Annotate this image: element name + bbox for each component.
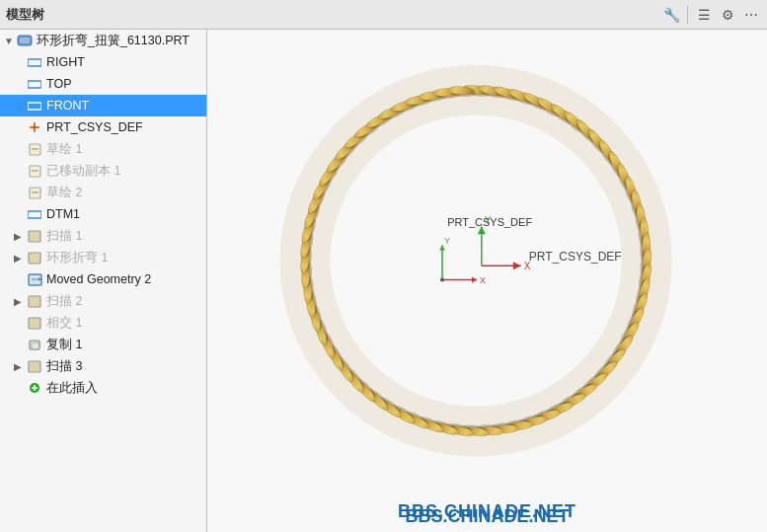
tree-item-right[interactable]: RIGHT bbox=[0, 51, 206, 73]
main-content: ▼ 环形折弯_扭簧_61130.PRT RIGHTTOPFRONTPRT_CSY… bbox=[0, 30, 767, 532]
tree-item-copy1[interactable]: 复制 1 bbox=[0, 334, 206, 355]
root-icon bbox=[16, 33, 34, 48]
item-icon-sweep1 bbox=[26, 228, 43, 244]
expand-arrow-ring-bend1: ▶ bbox=[14, 253, 26, 264]
tree-item-sketch2[interactable]: 草绘 2 bbox=[0, 182, 206, 203]
svg-text:X: X bbox=[480, 274, 486, 284]
item-label-sketch2: 草绘 2 bbox=[46, 185, 202, 201]
svg-rect-1 bbox=[20, 38, 30, 43]
toolbar-list-icon[interactable]: ☰ bbox=[694, 5, 714, 25]
item-icon-moved-copy1 bbox=[26, 163, 43, 179]
item-icon-prt-csys-def bbox=[26, 119, 43, 135]
expand-arrow-sweep1: ▶ bbox=[14, 231, 26, 242]
tree-item-insert-here[interactable]: 在此插入 bbox=[0, 377, 206, 399]
item-label-ring-bend1: 环形折弯 1 bbox=[46, 250, 202, 266]
sidebar: ▼ 环形折弯_扭簧_61130.PRT RIGHTTOPFRONTPRT_CSY… bbox=[0, 30, 207, 532]
item-label-insert-here: 在此插入 bbox=[46, 380, 202, 397]
root-expand-arrow: ▼ bbox=[4, 36, 16, 46]
svg-marker-29 bbox=[472, 276, 477, 282]
expand-arrow-sweep3: ▶ bbox=[14, 361, 26, 372]
tree-item-intersect1[interactable]: 相交 1 bbox=[0, 312, 206, 334]
toolbar-settings-icon[interactable]: ⚙ bbox=[718, 5, 737, 25]
coord-label: PRT_CSYS_DEF bbox=[447, 215, 532, 227]
item-label-front: FRONT bbox=[46, 99, 202, 113]
item-icon-front bbox=[26, 98, 43, 114]
item-icon-top bbox=[26, 76, 43, 92]
item-label-top: TOP bbox=[46, 77, 202, 91]
tree-items-container: RIGHTTOPFRONTPRT_CSYS_DEF草绘 1已移动副本 1草绘 2… bbox=[0, 51, 206, 399]
item-label-sweep1: 扫描 1 bbox=[46, 228, 202, 245]
item-icon-insert-here bbox=[26, 380, 43, 396]
item-icon-right bbox=[26, 54, 43, 70]
svg-rect-4 bbox=[28, 103, 41, 110]
svg-point-34 bbox=[440, 277, 444, 281]
item-icon-intersect1 bbox=[26, 315, 43, 331]
tree-item-sketch1[interactable]: 草绘 1 bbox=[0, 138, 206, 160]
viewport[interactable]: X Y PRT_CSYS_DEF BBS.CHINADE.NET bbox=[207, 30, 767, 532]
tree-item-dtm1[interactable]: DTM1 bbox=[0, 203, 206, 225]
item-icon-copy1 bbox=[26, 337, 43, 352]
tree-root[interactable]: ▼ 环形折弯_扭簧_61130.PRT bbox=[0, 30, 206, 51]
item-icon-moved-geo2 bbox=[26, 271, 43, 287]
tree-item-sweep2[interactable]: ▶扫描 2 bbox=[0, 290, 206, 312]
svg-rect-21 bbox=[29, 318, 40, 329]
tree-item-moved-geo2[interactable]: Moved Geometry 2 bbox=[0, 268, 206, 290]
tree-item-front[interactable]: FRONT bbox=[0, 95, 206, 116]
item-label-moved-copy1: 已移动副本 1 bbox=[46, 163, 202, 180]
toolbar-title: 模型树 bbox=[6, 6, 657, 24]
coord-system: X Y PRT_CSYS_DEF bbox=[398, 235, 487, 327]
svg-rect-14 bbox=[28, 211, 41, 218]
item-label-sketch1: 草绘 1 bbox=[46, 141, 202, 158]
toolbar-separator-1 bbox=[687, 6, 688, 24]
tree-item-prt-csys-def[interactable]: PRT_CSYS_DEF bbox=[0, 116, 206, 138]
root-label: 环形折弯_扭簧_61130.PRT bbox=[37, 33, 202, 49]
item-label-moved-geo2: Moved Geometry 2 bbox=[46, 272, 202, 286]
expand-arrow-sweep2: ▶ bbox=[14, 296, 26, 307]
item-label-right: RIGHT bbox=[46, 55, 202, 69]
svg-rect-20 bbox=[29, 296, 40, 307]
item-label-copy1: 复制 1 bbox=[46, 337, 202, 353]
item-icon-sweep2 bbox=[26, 293, 43, 309]
item-label-prt-csys-def: PRT_CSYS_DEF bbox=[46, 120, 202, 134]
tree-item-moved-copy1[interactable]: 已移动副本 1 bbox=[0, 160, 206, 182]
svg-marker-32 bbox=[439, 245, 445, 250]
toolbar-wrench-icon[interactable]: 🔧 bbox=[661, 5, 681, 25]
gear-canvas bbox=[207, 30, 767, 532]
item-label-dtm1: DTM1 bbox=[46, 207, 202, 221]
toolbar-options-icon[interactable]: ⋯ bbox=[741, 5, 761, 25]
svg-rect-2 bbox=[28, 59, 41, 66]
svg-rect-15 bbox=[29, 231, 40, 242]
item-icon-sketch1 bbox=[26, 141, 43, 157]
tree-item-top[interactable]: TOP bbox=[0, 73, 206, 95]
item-icon-dtm1 bbox=[26, 206, 43, 222]
svg-rect-3 bbox=[28, 81, 41, 88]
item-label-sweep2: 扫描 2 bbox=[46, 293, 202, 310]
toolbar: 模型树 🔧 ☰ ⚙ ⋯ bbox=[0, 0, 767, 30]
svg-point-7 bbox=[34, 126, 37, 129]
tree-item-sweep1[interactable]: ▶扫描 1 bbox=[0, 225, 206, 247]
svg-rect-24 bbox=[29, 361, 40, 372]
tree-item-sweep3[interactable]: ▶扫描 3 bbox=[0, 355, 206, 377]
item-label-sweep3: 扫描 3 bbox=[46, 358, 202, 375]
item-icon-sweep3 bbox=[26, 358, 43, 374]
svg-text:Y: Y bbox=[444, 235, 450, 245]
item-label-intersect1: 相交 1 bbox=[46, 315, 202, 332]
item-icon-sketch2 bbox=[26, 185, 43, 200]
item-icon-ring-bend1 bbox=[26, 250, 43, 266]
tree-item-ring-bend1[interactable]: ▶环形折弯 1 bbox=[0, 247, 206, 268]
svg-rect-16 bbox=[29, 253, 40, 264]
